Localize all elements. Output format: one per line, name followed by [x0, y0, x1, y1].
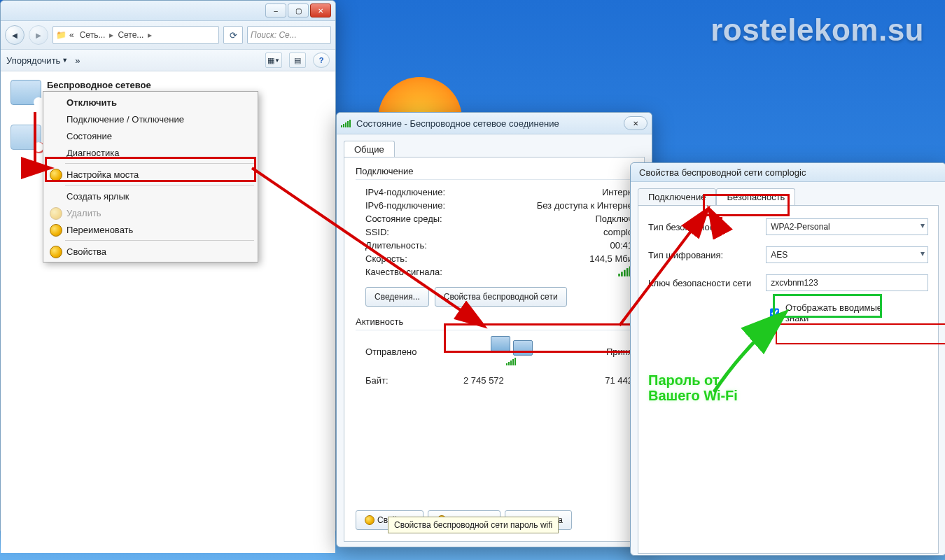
- group-activity-label: Активность: [356, 316, 403, 327]
- signal-icon: [506, 357, 517, 365]
- status-titlebar[interactable]: Состояние - Беспроводное сетевое соедине…: [337, 113, 652, 134]
- show-characters-input[interactable]: [770, 308, 779, 318]
- shield-icon: [50, 246, 62, 258]
- crumb-sep: ▸: [108, 30, 115, 40]
- address-bar[interactable]: 📁 « Сеть... ▸ Сете... ▸: [52, 26, 219, 44]
- ctx-toggle-connect[interactable]: Подключение / Отключение: [46, 111, 255, 127]
- label-received: Приня: [606, 346, 633, 357]
- close-button[interactable]: ✕: [624, 116, 648, 130]
- ctx-disconnect[interactable]: Отключить: [46, 94, 255, 111]
- watermark-text: rostelekom.su: [710, 13, 924, 48]
- activity-icon: [491, 336, 533, 367]
- tab-general[interactable]: Общие: [344, 141, 395, 158]
- label-speed: Скорость:: [365, 253, 407, 264]
- refresh-icon: ⟳: [230, 30, 237, 41]
- ctx-bridge[interactable]: Настройка моста: [46, 166, 255, 183]
- search-placeholder: Поиск: Се...: [251, 30, 297, 40]
- ctx-rename[interactable]: Переименовать: [46, 221, 255, 238]
- nav-back-button[interactable]: ◄: [5, 25, 24, 45]
- crumb-1[interactable]: Сеть...: [77, 30, 108, 40]
- explorer-toolbar: Упорядочить▼ » ▦▼ ▤ ?: [1, 50, 335, 71]
- status-panel: Подключение IPv4-подключение:Интерн IPv6…: [344, 157, 645, 542]
- label-sent: Отправлено: [365, 346, 416, 357]
- search-input[interactable]: Поиск: Се...: [247, 26, 331, 44]
- group-connection-label: Подключение: [356, 166, 413, 176]
- view-thumbnails-button[interactable]: ▦▼: [265, 52, 282, 68]
- tab-connection[interactable]: Подключение: [638, 188, 716, 206]
- close-button[interactable]: ✕: [310, 4, 331, 18]
- minimize-button[interactable]: –: [265, 4, 286, 18]
- label-signal: Качество сигнала:: [365, 267, 442, 277]
- security-type-combo[interactable]: WPA2-Personal: [766, 218, 928, 235]
- maximize-button[interactable]: ▢: [288, 4, 309, 18]
- props-title: Свойства беспроводной сети complogic: [635, 167, 806, 178]
- status-title: Состояние - Беспроводное сетевое соедине…: [356, 118, 559, 129]
- network-item-label: Беспроводное сетевое: [47, 80, 151, 90]
- ctx-status[interactable]: Состояние: [46, 127, 255, 144]
- annotation-password: Пароль от Вашего Wi-Fi: [648, 372, 738, 403]
- value-speed: 144,5 Мби: [589, 253, 633, 264]
- shield-icon: [365, 515, 374, 525]
- details-button[interactable]: Сведения...: [365, 287, 429, 307]
- network-icon: [10, 80, 41, 105]
- shield-icon: [50, 207, 62, 220]
- wireless-properties-button[interactable]: Свойства беспроводной сети: [435, 287, 567, 307]
- label-security-key: Ключ безопасности сети: [648, 278, 766, 288]
- security-key-input[interactable]: zxcvbnm123: [766, 274, 928, 291]
- value-ipv6: Без доступа к Интерне: [537, 200, 633, 211]
- value-received: 71 442: [605, 375, 633, 386]
- value-ssid: complo: [603, 227, 633, 237]
- ctx-delete: Удалить: [46, 204, 255, 221]
- toolbar-more-button[interactable]: »: [75, 55, 80, 66]
- explorer-navbar: ◄ ► 📁 « Сеть... ▸ Сете... ▸ ⟳ Поиск: Се.…: [1, 21, 335, 50]
- label-ipv6: IPv6-подключение:: [365, 200, 445, 211]
- encryption-combo[interactable]: AES: [766, 246, 928, 263]
- ctx-properties[interactable]: Свойства: [46, 243, 255, 260]
- crumb-2[interactable]: Сете...: [115, 30, 146, 40]
- label-bytes: Байт:: [365, 375, 388, 386]
- folder-icon: 📁: [56, 30, 66, 40]
- explorer-window: – ▢ ✕ ◄ ► 📁 « Сеть... ▸ Сете... ▸ ⟳ Поис…: [0, 0, 336, 533]
- tab-security[interactable]: Безопасность: [716, 188, 795, 206]
- shield-icon: [50, 224, 62, 237]
- help-button[interactable]: ?: [313, 52, 330, 68]
- shield-icon: [50, 169, 62, 181]
- props-titlebar[interactable]: Свойства беспроводной сети complogic: [631, 163, 945, 182]
- ctx-shortcut[interactable]: Создать ярлык: [46, 188, 255, 204]
- refresh-button[interactable]: ⟳: [223, 26, 243, 44]
- wireless-properties-window: Свойства беспроводной сети complogic Под…: [630, 162, 945, 556]
- label-ipv4: IPv4-подключение:: [365, 187, 445, 197]
- status-window: Состояние - Беспроводное сетевое соедине…: [336, 112, 652, 547]
- view-details-button[interactable]: ▤: [289, 52, 306, 68]
- signal-icon: [341, 119, 352, 127]
- tooltip: Свойства беспроводной сети пароль wifi: [388, 517, 559, 533]
- label-encryption: Тип шифрования:: [648, 250, 766, 260]
- value-sent: 2 745 572: [463, 375, 504, 386]
- explorer-body: Беспроводное сетевое ✕ Отключить Подключ…: [1, 71, 335, 553]
- label-ssid: SSID:: [365, 227, 389, 237]
- label-security-type: Тип безопасности:: [648, 222, 766, 232]
- network-icon: ✕: [10, 125, 41, 150]
- label-duration: Длительность:: [365, 240, 427, 251]
- ctx-separator: [65, 163, 254, 164]
- organize-button[interactable]: Упорядочить▼: [6, 55, 68, 66]
- nav-forward-button[interactable]: ►: [29, 25, 48, 45]
- crumb-prefix: «: [66, 30, 77, 40]
- show-characters-checkbox[interactable]: Отображать вводимые знаки: [767, 302, 886, 323]
- value-media: Подключ: [595, 214, 633, 224]
- status-tabstrip: Общие: [337, 134, 652, 157]
- context-menu: Отключить Подключение / Отключение Состо…: [43, 91, 258, 262]
- crumb-sep2: ▸: [146, 30, 153, 40]
- value-ipv4: Интерн: [602, 187, 633, 197]
- label-media: Состояние среды:: [365, 214, 442, 224]
- ctx-diagnostics[interactable]: Диагностика: [46, 144, 255, 161]
- show-characters-label: Отображать вводимые знаки: [785, 302, 886, 323]
- explorer-titlebar[interactable]: – ▢ ✕: [1, 1, 335, 21]
- ctx-separator: [65, 185, 254, 186]
- ctx-separator: [65, 240, 254, 241]
